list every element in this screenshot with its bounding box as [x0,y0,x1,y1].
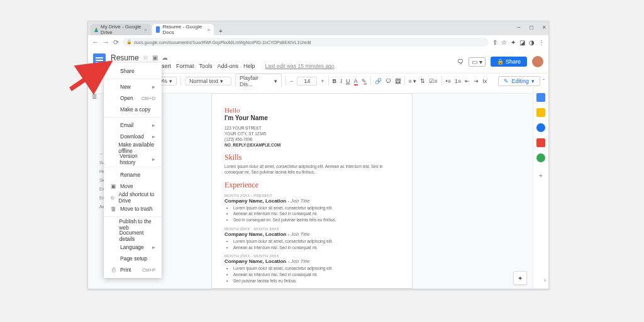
file-menu-download[interactable]: Download▸ [104,131,162,142]
address-bar[interactable]: 🔒 docs.google.com/document/d/1uocRWf-Gcp… [123,38,489,47]
menu-label: Print [120,267,131,273]
job-bullet: Lorem ipsum dolor sit amet, consectetur … [233,205,399,211]
cloud-status-icon[interactable]: ☁ [162,54,168,62]
window-close-icon[interactable]: × [542,24,546,31]
share-button[interactable]: 🔒Share [491,57,527,67]
window-maximize-icon[interactable]: □ [530,24,533,31]
present-icon[interactable]: ▭ ▾ [469,57,486,67]
contact-phone: (123) 456-7890 [225,136,399,142]
menu-label: Move [120,183,133,189]
font-increment-icon[interactable]: + [321,78,324,84]
outline-toggle-icon[interactable]: ≣ [92,93,97,100]
job-entry: MONTH 20XX - PRESENT Company Name, Locat… [225,194,399,223]
share-link-icon[interactable]: ⇪ [492,39,497,46]
font-size-value: 14 [304,78,310,84]
keep-icon[interactable] [536,108,545,117]
file-menu-details[interactable]: Document details [104,230,162,242]
editing-mode-selector[interactable]: ✎Editing▾ [498,76,540,86]
window-minimize-icon[interactable]: − [517,24,521,31]
file-menu-language[interactable]: Language▸ [104,242,162,253]
style-selector[interactable]: Normal text▾ [185,77,231,86]
underline-button[interactable]: U [346,78,350,84]
file-menu: Share New▸ OpenCtrl+O Make a copy Email▸… [104,63,162,278]
clear-format-icon[interactable]: Ix [482,78,487,84]
insert-image-icon[interactable]: 🖼 [395,78,401,84]
file-menu-shortcut[interactable]: ⎋Add shortcut to Drive [104,192,162,203]
file-menu-trash[interactable]: 🗑Move to trash [104,203,162,214]
file-menu-rename[interactable]: Rename [104,169,162,180]
extension-icon[interactable]: ◪ [519,39,525,46]
contacts-icon[interactable] [536,138,545,147]
toolbar-collapse-icon[interactable]: ˆ [543,78,545,84]
last-edit-link[interactable]: Last edit was 15 minutes ago [265,63,334,70]
file-menu-move[interactable]: ▣Move [104,180,162,192]
calendar-icon[interactable] [536,93,545,102]
doc-title[interactable]: Resume [111,53,139,62]
add-addon-icon[interactable]: + [539,172,543,179]
tab-title: Resume - Google Docs [162,24,204,35]
indent-increase-icon[interactable]: ⇥ [474,78,479,84]
browser-tab-drive[interactable]: My Drive - Google Drive × [91,24,151,35]
job-company: Company Name, Location [225,258,286,264]
file-menu-email[interactable]: Email▸ [104,119,162,131]
insert-comment-icon[interactable]: 🗩 [386,78,391,84]
nav-back-icon[interactable]: ← [92,38,99,46]
url-text: docs.google.com/document/d/1uocRWf-GcpPk… [134,40,311,45]
svg-line-0 [70,65,106,89]
file-menu-offline[interactable]: Make available offline [104,142,162,153]
extension-puzzle-icon[interactable]: ✦ [511,39,516,46]
font-size-input[interactable]: 14 [297,77,317,86]
document-page[interactable]: Hello I'm Your Name 123 YOUR STREET YOUR… [211,93,413,289]
browser-tab-docs[interactable]: Resume - Google Docs × [152,24,214,35]
numbered-list-icon[interactable]: 1≡ [455,78,461,84]
menu-label: Add shortcut to Drive [118,191,155,204]
insert-link-icon[interactable]: 🔗 [375,78,382,84]
menu-help[interactable]: Help [243,63,255,70]
job-company: Company Name, Location [225,231,286,237]
bold-button[interactable]: B [333,78,337,84]
browser-menu-icon[interactable]: ⋮ [538,39,545,46]
menu-addons[interactable]: Add-ons [217,63,238,70]
job-bullet: Sed in consequat mi. Sed pulvinar lacini… [233,217,399,223]
align-button[interactable]: ≡ ▾ [409,78,417,84]
comment-history-icon[interactable]: 🗨 [457,58,464,65]
blank-icon [110,95,116,101]
menu-label: Make a copy [120,106,150,113]
side-collapse-icon[interactable]: › [544,277,546,284]
file-menu-copy[interactable]: Make a copy [104,104,162,115]
file-menu-print[interactable]: ⎙PrintCtrl+P [104,264,162,275]
tasks-icon[interactable] [536,123,545,132]
tab-close-icon[interactable]: × [144,27,147,33]
file-menu-open[interactable]: OpenCtrl+O [104,92,162,104]
blank-icon [110,122,116,128]
menu-format[interactable]: Format [176,63,194,70]
shortcut: Ctrl+O [142,96,155,101]
maps-icon[interactable] [536,153,545,162]
file-menu-publish[interactable]: Publish to the web [104,219,162,230]
new-tab-button[interactable]: + [216,26,225,35]
nav-forward-icon[interactable]: → [103,38,109,46]
job-meta: MONTH 20XX - MONTH 20XX [225,227,399,231]
job-role: Job Title [291,258,309,264]
file-menu-pagesetup[interactable]: Page setup [104,253,162,264]
line-spacing-icon[interactable]: ⇅ [420,78,425,84]
highlight-button[interactable]: ✎̲ [362,78,367,84]
bookmark-star-icon[interactable]: ☆ [501,39,507,46]
move-folder-icon[interactable]: ▣ [152,54,158,62]
profile-icon[interactable]: ◑ [529,39,535,46]
file-menu-version[interactable]: Version history▸ [104,153,162,165]
contact-street: 123 YOUR STREET [225,125,399,131]
italic-button[interactable]: I [340,78,342,84]
checklist-icon[interactable]: ☑≡ [429,78,437,84]
text-color-button[interactable]: A [354,78,358,84]
explore-fab[interactable]: ✦ [513,271,527,285]
font-decrement-icon[interactable]: − [290,78,293,84]
star-icon[interactable]: ☆ [143,54,148,62]
indent-decrease-icon[interactable]: ⇤ [465,78,470,84]
account-avatar[interactable] [532,56,543,67]
nav-reload-icon[interactable]: ⟳ [113,38,119,47]
bulleted-list-icon[interactable]: •≡ [446,78,451,84]
heading-hello: Hello [225,106,399,114]
menu-tools[interactable]: Tools [199,63,212,70]
tab-close-icon[interactable]: × [207,27,210,33]
